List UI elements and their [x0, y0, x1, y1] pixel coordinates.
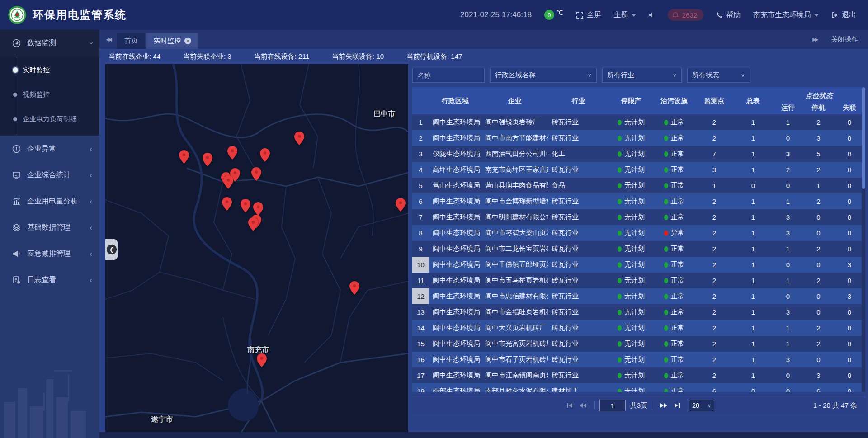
sidebar-section-label: 应急减排管理 — [27, 249, 71, 259]
sidebar-item[interactable]: 企业电力负荷明细 — [0, 107, 99, 131]
page-size-select[interactable]: 20 ∨ — [689, 400, 714, 411]
page-number-input[interactable] — [599, 400, 626, 411]
content: 当前在线企业: 44当前失联企业: 3当前在线设备: 211当前失联设备: 10… — [99, 49, 868, 438]
table-row[interactable]: 7阆中生态环境局阆中明阳建材有限公司砖瓦行业无计划正常21300 — [412, 209, 865, 225]
status-filter-select[interactable]: 所有状态 ∨ — [687, 68, 750, 83]
table-row[interactable]: 5营山生态环境局营山县润丰肉食品有限食品无计划正常10010 — [412, 178, 865, 193]
cell-lost: 0 — [834, 356, 865, 363]
table-row[interactable]: 8阆中生态环境局阆中市枣碧大梁山页岩砖瓦行业无计划异常21300 — [412, 225, 865, 241]
map-pin-icon[interactable] — [248, 217, 258, 231]
sidebar-item[interactable]: 实时监控 — [0, 58, 99, 82]
tabs-scroll-right-icon[interactable]: ▶▶ — [812, 37, 817, 42]
sidebar-section-1[interactable]: 企业异常‹ — [0, 136, 99, 162]
sidebar-group: 企业用电量分析‹ — [0, 188, 99, 214]
name-filter-input[interactable] — [412, 68, 485, 83]
map-pin-icon[interactable] — [222, 197, 232, 211]
tabs-scroll-left-icon[interactable]: ◀◀ — [106, 37, 111, 42]
table-panel: 行政区域名称 ∨ 所有行业 ∨ 所有状态 ∨ 行政区域企业行业停限产治污设施监测… — [412, 64, 865, 432]
close-operations-button[interactable]: 关闭操作 — [831, 35, 858, 44]
map-pin-icon[interactable] — [349, 281, 359, 295]
cell-region: 阆中生态环境局 — [429, 324, 481, 332]
map-pin-icon[interactable] — [179, 150, 189, 164]
tab-close-icon[interactable]: × — [184, 38, 191, 44]
sidebar-item-label: 实时监控 — [23, 66, 50, 75]
cell-region: 阆中生态环境局 — [429, 339, 481, 348]
cell-lost: 0 — [834, 387, 865, 392]
sidebar-section-6[interactable]: 日志查看‹ — [0, 267, 99, 293]
sidebar-section-3[interactable]: 企业用电量分析‹ — [0, 188, 99, 214]
fullscreen-button[interactable]: 全屏 — [576, 10, 601, 20]
help-button[interactable]: 帮助 — [716, 10, 741, 20]
logout-button[interactable]: 退出 — [831, 10, 856, 20]
map-pin-icon[interactable] — [203, 153, 212, 166]
table-row[interactable]: 2阆中生态环境局阆中市南方节能建材有砖瓦行业无计划正常21030 — [412, 130, 865, 146]
table-row[interactable]: 15阆中生态环境局阆中市光富页岩机砖厂砖瓦行业无计划正常21120 — [412, 336, 865, 352]
org-dropdown[interactable]: 南充市生态环境局 — [753, 10, 819, 20]
cell-total-meters: 1 — [734, 134, 773, 142]
cell-running: 1 — [773, 198, 803, 205]
table-row[interactable]: 9阆中生态环境局阆中市二龙长宝页岩砖砖瓦行业无计划正常21120 — [412, 241, 865, 257]
table-row[interactable]: 3仪陇生态环境局西南油气田分公司川中化工无计划正常71350 — [412, 146, 865, 162]
table-row[interactable]: 17阆中生态环境局阆中市江南镇阆南页岩砖瓦行业无计划正常21030 — [412, 367, 865, 383]
tab-首页[interactable]: 首页 — [117, 33, 145, 49]
map-pin-icon[interactable] — [396, 198, 406, 212]
sidebar-section-4[interactable]: 基础数据管理‹ — [0, 214, 99, 240]
prev-page-button[interactable] — [576, 403, 590, 408]
table-row[interactable]: 14阆中生态环境局阆中大兴页岩机砖厂砖瓦行业无计划正常21120 — [412, 320, 865, 336]
cell-lost: 0 — [834, 229, 865, 237]
map-pin-icon[interactable] — [241, 199, 250, 212]
page: 环保用电监管系统 2021-02-25 17:46:18 0 ℃ 全屏 主题 — [0, 0, 868, 438]
cell-stop-plan: 无计划 — [609, 292, 653, 301]
sidebar-section-0[interactable]: 数据监测‹ — [0, 30, 99, 56]
region-filter-select[interactable]: 行政区域名称 ∨ — [490, 68, 597, 83]
status-dot-icon — [664, 373, 668, 378]
table-row[interactable]: 18南部生态环境局南部县雅化水泥有限公建材加工无计划正常60060 — [412, 383, 865, 392]
notifications-badge[interactable]: 2632 — [668, 9, 703, 21]
industry-filter-value: 所有行业 — [607, 71, 634, 80]
status-dot-icon — [664, 136, 668, 141]
map-pin-icon[interactable] — [294, 132, 304, 145]
status-dot-icon — [664, 341, 668, 347]
cell-region: 阆中生态环境局 — [429, 229, 481, 237]
next-page-button[interactable] — [657, 403, 671, 408]
first-page-button[interactable] — [563, 403, 576, 408]
tab-实时监控[interactable]: 实时监控× — [146, 33, 198, 49]
table-row[interactable]: 16阆中生态环境局阆中市石子页岩机砖厂砖瓦行业无计划正常21300 — [412, 352, 865, 367]
mute-button[interactable] — [649, 12, 655, 18]
cell-facility-status: 正常 — [653, 308, 695, 316]
map-pin-icon[interactable] — [253, 202, 263, 216]
layers-icon — [12, 223, 21, 232]
status-dot-icon — [664, 246, 668, 252]
table-row[interactable]: 6阆中生态环境局阆中市金博瑞新型墙材砖瓦行业无计划正常21120 — [412, 193, 865, 209]
table-row[interactable]: 10阆中生态环境局阆中千佛镇五郎垭页岩砖瓦行业无计划正常21003 — [412, 257, 865, 273]
table-row[interactable]: 12阆中生态环境局阆中市忠信建材有限公砖瓦行业无计划正常21003 — [412, 288, 865, 304]
map-pin-icon[interactable] — [260, 148, 270, 162]
cell-company: 阆中市金博瑞新型墙材 — [481, 197, 548, 206]
map-panel[interactable]: 巴中市南充市遂宁市 ❮ — [105, 64, 408, 433]
cell-total-meters: 1 — [734, 118, 773, 126]
map-pin-icon[interactable] — [227, 146, 237, 160]
map-pin-icon[interactable] — [257, 353, 267, 367]
map-pin-icon[interactable] — [251, 167, 261, 181]
sidebar-section-2[interactable]: 企业综合统计‹ — [0, 162, 99, 188]
last-page-button[interactable] — [671, 403, 684, 408]
map-collapse-handle[interactable]: ❮ — [105, 239, 118, 260]
status-dot-icon — [664, 167, 668, 173]
status-dot-icon — [618, 325, 622, 331]
theme-dropdown[interactable]: 主题 — [614, 10, 636, 20]
status-dot-icon — [664, 310, 668, 315]
table-row[interactable]: 4高坪生态环境局南充市高坪区王家店建砖瓦行业无计划正常31220 — [412, 162, 865, 178]
map-pin-icon[interactable] — [223, 175, 233, 189]
sidebar-item[interactable]: 视频监控 — [0, 82, 99, 107]
cell-running: 0 — [773, 372, 803, 379]
sidebar-section-5[interactable]: 应急减排管理‹ — [0, 240, 99, 267]
cell-company: 西南油气田分公司川中 — [481, 150, 548, 158]
scrollbar-thumb[interactable] — [862, 87, 865, 189]
sidebar-submenu: 实时监控视频监控企业电力负荷明细 — [0, 56, 99, 136]
table-row[interactable]: 11阆中生态环境局阆中市五马桥页岩机砖砖瓦行业无计划正常21120 — [412, 273, 865, 288]
table-row[interactable]: 13阆中生态环境局阆中市金福旺页岩机砖砖瓦行业无计划正常21300 — [412, 304, 865, 320]
table-row[interactable]: 1阆中生态环境局阆中强锐页岩砖厂砖瓦行业无计划正常21120 — [412, 114, 865, 130]
industry-filter-select[interactable]: 所有行业 ∨ — [602, 68, 682, 83]
cell-stop-plan: 无计划 — [609, 324, 653, 332]
app-logo-icon — [8, 6, 26, 24]
